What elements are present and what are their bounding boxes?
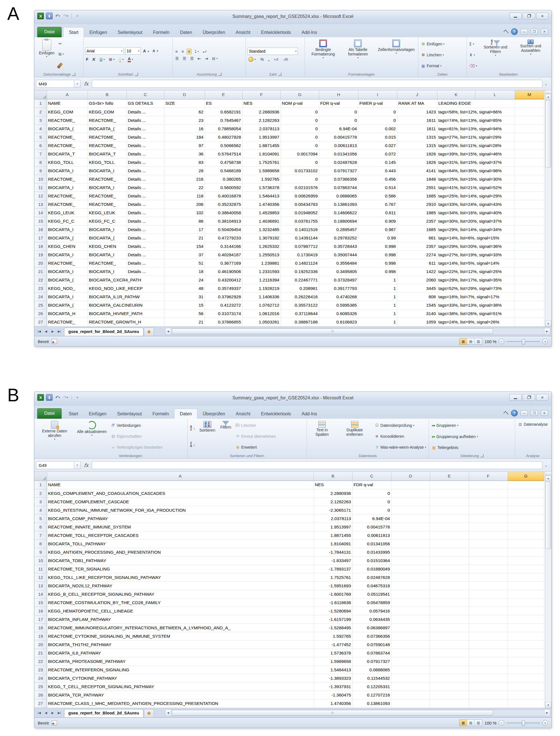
cell-es[interactable]: 0.38104913 <box>205 217 242 225</box>
help-icon[interactable]: ? <box>511 410 518 416</box>
subtotal-button[interactable]: ▦Teilergebnis <box>431 445 513 450</box>
cell[interactable] <box>391 708 430 709</box>
cell-size[interactable]: 16 <box>164 125 205 133</box>
cell-fwer-p-val[interactable]: 0.998 <box>358 251 397 259</box>
cell-gs[interactable]: REACTOME_ <box>88 133 127 141</box>
cell-rank-at-max[interactable]: 1611 <box>397 125 437 133</box>
row-header-23[interactable]: 23 <box>34 666 47 674</box>
cell[interactable] <box>508 506 544 514</box>
cell-gs[interactable]: KEGG_FC_C <box>88 217 127 225</box>
cell-gs[interactable]: REACTOME_ <box>88 259 127 267</box>
cell-size[interactable]: 102 <box>164 209 205 217</box>
cell-name[interactable]: BIOCARTA_I <box>47 183 88 192</box>
cell-fdr-q-val[interactable]: 0.18800694 <box>319 217 358 225</box>
cell-es[interactable]: 0.5066562 <box>205 141 242 150</box>
cell[interactable] <box>515 141 544 150</box>
cell-nom-p-val[interactable]: 0.208981 <box>281 284 319 293</box>
cell[interactable] <box>508 481 544 489</box>
cell[interactable] <box>508 582 544 590</box>
cell[interactable] <box>469 523 508 531</box>
cell-fdr-q-val[interactable]: 0.07366356 <box>319 175 358 183</box>
cell[interactable] <box>515 318 544 326</box>
dialog-launcher-icon[interactable] <box>218 73 221 76</box>
cell[interactable] <box>391 548 430 556</box>
tab-daten[interactable]: Daten <box>174 409 197 419</box>
header-cell[interactable]: FDR q-val <box>352 481 391 489</box>
cell[interactable] <box>469 590 508 598</box>
comma-style-icon[interactable]: , <box>267 57 270 62</box>
page-break-view-icon[interactable]: ▥ <box>475 720 482 726</box>
cell-rank-at-max[interactable]: 2357 <box>397 242 437 251</box>
cell-rank-at-max[interactable]: 2060 <box>397 276 437 284</box>
column-header-F[interactable]: F <box>242 90 281 99</box>
cell-nes[interactable]: 1.2625332 <box>242 242 281 251</box>
cell-fdr-q-val[interactable]: 0.0579416 <box>352 607 391 615</box>
cell[interactable] <box>430 691 469 699</box>
underline-button[interactable]: U▾ <box>99 57 106 62</box>
prev-sheet-icon[interactable]: ◀ <box>43 710 49 716</box>
cell-fdr-q-val[interactable]: 0.01341056 <box>319 150 358 158</box>
column-header-I[interactable]: I <box>358 90 397 99</box>
align-top-icon[interactable]: ≡ <box>174 49 178 54</box>
zoom-slider[interactable] <box>507 341 540 342</box>
cell-size[interactable]: 24 <box>164 276 205 284</box>
cell-es[interactable]: 0.5600592 <box>205 183 242 192</box>
column-header-D[interactable]: D <box>164 90 205 99</box>
page-layout-view-icon[interactable]: ▤ <box>467 338 475 344</box>
cell-name[interactable]: BIOCARTA_CYTOKINE_PATHWAY <box>47 674 314 683</box>
macro-record-icon[interactable] <box>52 720 57 725</box>
cell[interactable] <box>391 531 430 540</box>
row-header-15[interactable]: 15 <box>34 598 47 607</box>
column-header-J[interactable]: J <box>397 90 437 99</box>
cell-es[interactable]: 0.4123272 <box>205 301 242 309</box>
cell[interactable] <box>391 607 430 615</box>
cell-rank-at-max[interactable]: 2357 <box>397 217 437 225</box>
column-header-C[interactable]: C <box>352 472 391 481</box>
cell[interactable] <box>430 632 469 640</box>
header-cell[interactable]: NAME <box>47 99 88 108</box>
cell-fdr-q-val[interactable]: 0.01510364 <box>352 556 391 565</box>
cell-size[interactable]: 18 <box>164 267 205 276</box>
cell-fdr-q-val[interactable]: 0.00415778 <box>319 133 358 141</box>
cell[interactable] <box>430 514 469 523</box>
tab-datei[interactable]: Datei <box>37 27 62 37</box>
cell-nom-p-val[interactable]: 0.14391144 <box>281 234 319 242</box>
group-button[interactable]: ➡Gruppieren▾ <box>431 423 513 428</box>
cell-nom-p-val[interactable]: 0.07987712 <box>281 242 319 251</box>
cell[interactable] <box>508 632 544 640</box>
cell[interactable] <box>469 683 508 691</box>
cell-details-link[interactable]: Details ... <box>127 234 164 242</box>
cell[interactable] <box>391 683 430 691</box>
ungroup-button[interactable]: ➡Gruppierung aufheben▾ <box>431 434 513 440</box>
tab-addins[interactable]: Add-Ins <box>296 409 322 419</box>
remove-duplicates-button[interactable]: Duplikate entfernen <box>337 420 372 453</box>
cell-fwer-p-val[interactable]: 0.027 <box>358 141 397 150</box>
formula-input[interactable] <box>92 461 542 469</box>
cell[interactable] <box>508 657 544 666</box>
cell-size[interactable]: 23 <box>164 116 205 125</box>
cell[interactable] <box>391 582 430 590</box>
row-header-26[interactable]: 26 <box>34 309 47 318</box>
cell[interactable] <box>515 116 544 125</box>
cell-name[interactable]: REACTOME_ <box>47 175 88 183</box>
cell[interactable] <box>391 556 430 565</box>
cell-name[interactable]: BIOCARTA_PROTEASOME_PATHWAY <box>47 657 314 666</box>
cell-name[interactable]: KEGG_FC_C <box>47 217 88 225</box>
dialog-launcher-icon[interactable] <box>480 454 484 457</box>
cell-leading-edge[interactable]: tags=58%, list=12%, signal=66% <box>437 108 515 116</box>
insert-sheet-icon[interactable] <box>144 328 154 336</box>
cell-details-link[interactable]: Details ... <box>127 242 164 251</box>
autosum-icon[interactable]: Σ▾ <box>468 41 478 46</box>
filter-button[interactable]: Filtern <box>219 420 233 453</box>
cut-icon[interactable]: ✂ <box>58 41 65 46</box>
cell[interactable] <box>515 251 544 259</box>
edit-links-button[interactable]: ∞Verknüpfungen bearbeiten <box>110 445 164 450</box>
cell-size[interactable]: 21 <box>164 234 205 242</box>
cell-fdr-q-val[interactable]: 0.3495805 <box>319 267 358 276</box>
cell-nes[interactable]: -1.6157199 <box>314 615 352 624</box>
cell-es[interactable]: 0.7645467 <box>205 116 242 125</box>
row-header-27[interactable]: 27 <box>34 318 47 326</box>
cell-nes[interactable]: 1.5989658 <box>314 657 352 666</box>
cell-name[interactable]: BIOCARTA_I <box>47 251 88 259</box>
cell[interactable] <box>430 649 469 657</box>
